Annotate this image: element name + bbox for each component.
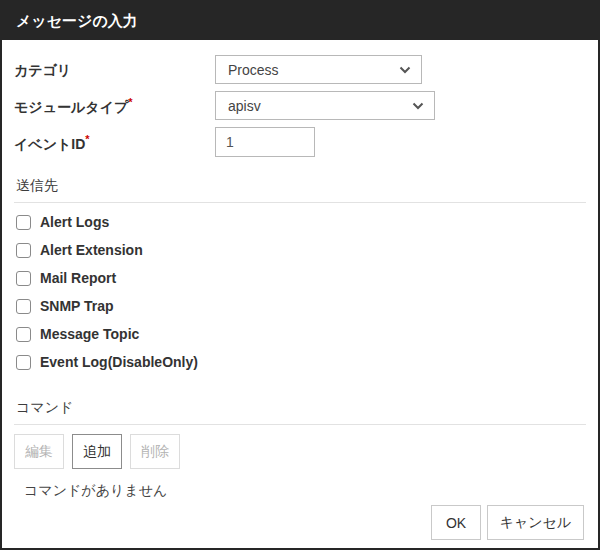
snmp-trap-checkbox[interactable]	[16, 299, 31, 314]
category-row: カテゴリ Process	[14, 55, 586, 84]
command-empty-message: コマンドがありません	[14, 482, 586, 500]
cancel-button[interactable]: キャンセル	[487, 505, 584, 540]
checkbox-label[interactable]: Mail Report	[40, 270, 116, 286]
checkbox-row-snmp-trap: SNMP Trap	[14, 292, 586, 320]
checkbox-label[interactable]: Alert Logs	[40, 214, 109, 230]
checkbox-row-event-log: Event Log(DisableOnly)	[14, 348, 586, 376]
checkbox-label[interactable]: Message Topic	[40, 326, 139, 342]
dialog-title: メッセージの入力	[16, 12, 138, 31]
event-id-label: イベントID*	[14, 131, 215, 154]
command-section-header: コマンド	[14, 397, 586, 425]
chevron-down-icon	[412, 102, 424, 110]
module-type-row: モジュールタイプ* apisv	[14, 91, 586, 120]
module-type-label-text: モジュールタイプ	[14, 99, 128, 115]
alert-extension-checkbox[interactable]	[16, 243, 31, 258]
delete-button: 削除	[130, 434, 180, 469]
required-mark: *	[85, 133, 89, 145]
command-buttons: 編集 追加 削除	[14, 434, 586, 469]
message-input-dialog: メッセージの入力 カテゴリ Process モジュールタイプ* apisv	[0, 0, 600, 550]
alert-logs-checkbox[interactable]	[16, 215, 31, 230]
event-id-row: イベントID*	[14, 127, 586, 157]
add-button[interactable]: 追加	[72, 434, 122, 469]
event-id-input[interactable]	[215, 127, 315, 157]
event-log-checkbox[interactable]	[16, 355, 31, 370]
dialog-footer: OK キャンセル	[14, 505, 586, 540]
checkbox-label[interactable]: Alert Extension	[40, 242, 143, 258]
destination-section-header: 送信先	[14, 175, 586, 203]
dialog-content: カテゴリ Process モジュールタイプ* apisv イベントID*	[2, 40, 598, 548]
category-select[interactable]: Process	[215, 55, 422, 84]
checkbox-label[interactable]: Event Log(DisableOnly)	[40, 354, 198, 370]
checkbox-row-mail-report: Mail Report	[14, 264, 586, 292]
message-topic-checkbox[interactable]	[16, 327, 31, 342]
dialog-titlebar: メッセージの入力	[2, 2, 598, 40]
edit-button: 編集	[14, 434, 64, 469]
ok-button[interactable]: OK	[431, 505, 481, 540]
checkbox-label[interactable]: SNMP Trap	[40, 298, 114, 314]
checkbox-row-alert-extension: Alert Extension	[14, 236, 586, 264]
chevron-down-icon	[399, 66, 411, 74]
checkbox-row-message-topic: Message Topic	[14, 320, 586, 348]
module-type-label: モジュールタイプ*	[14, 94, 215, 117]
module-type-select[interactable]: apisv	[215, 91, 435, 120]
event-id-label-text: イベントID	[14, 135, 85, 151]
checkbox-row-alert-logs: Alert Logs	[14, 208, 586, 236]
module-type-select-value: apisv	[228, 98, 261, 114]
required-mark: *	[128, 96, 132, 108]
category-select-value: Process	[228, 62, 279, 78]
category-label: カテゴリ	[14, 60, 215, 80]
mail-report-checkbox[interactable]	[16, 271, 31, 286]
